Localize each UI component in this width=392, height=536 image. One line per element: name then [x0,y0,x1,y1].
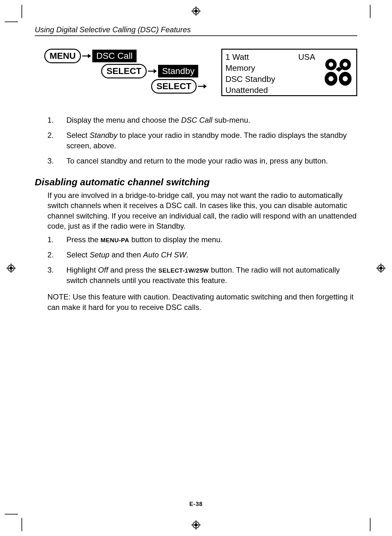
crop-mark [5,22,18,22]
text: To cancel standby and return to the mode… [66,157,328,165]
step-number: 3. [47,156,66,166]
svg-point-26 [329,62,333,67]
step-text: Select Standby to place your radio in st… [66,130,357,151]
list-item: 3. To cancel standby and return to the m… [47,156,357,166]
step-number: 2. [47,130,66,151]
text: sub-menu. [212,116,250,124]
button-name: SELECT-1W/25W [158,267,209,274]
text: Press the [66,235,101,244]
arrow-right-icon [148,68,157,74]
menu-name: Off [98,266,108,274]
svg-point-27 [328,76,334,81]
note-paragraph: NOTE: Use this feature with caution. Dea… [47,292,357,312]
crop-mark [370,5,371,18]
menu-name: Auto CH SW [143,250,186,259]
step-number: 3. [47,265,66,286]
text: Highlight [66,266,98,274]
step-text: Press the MENU-PA button to display the … [66,235,357,245]
lcd-channel-icon [322,50,356,95]
step-text: To cancel standby and return to the mode… [66,156,357,166]
registration-mark-icon [191,6,201,16]
svg-point-28 [343,62,347,67]
svg-marker-19 [154,69,157,73]
lcd-region: USA [298,52,315,63]
text: Select [66,131,89,139]
list-item: 1. Display the menu and choose the DSC C… [47,115,357,125]
select-button-label: SELECT [101,64,147,78]
menu-flow-diagram: MENU DSC Call SELECT Standby SELECT 1 Wa… [44,49,357,106]
subsection-heading: Disabling automatic channel switching [35,176,357,189]
text: button to display the menu. [129,235,223,244]
section-header: Using Digital Selective Calling (DSC) Fe… [35,25,357,36]
text: and then [109,250,143,259]
lcd-power: 1 Watt [225,52,249,63]
page-number: E-38 [35,501,357,508]
arrow-right-icon [198,83,207,89]
svg-marker-17 [88,54,91,58]
list-item: 2. Select Setup and then Auto CH SW. [47,250,357,260]
step-text: Select Setup and then Auto CH SW. [66,250,357,260]
svg-point-29 [343,76,348,81]
lcd-screen: 1 Watt USA Memory DSC Standby Unattended [221,49,357,96]
registration-mark-icon [191,520,201,530]
page-content: Using Digital Selective Calling (DSC) Fe… [35,25,357,511]
step-number: 1. [47,115,66,125]
lcd-dsc-standby: DSC Standby [225,74,318,85]
arrow-right-icon [82,53,91,59]
paragraph: If you are involved in a bridge-to-bridg… [47,190,357,231]
step-number: 1. [47,235,66,245]
menu-name: Setup [89,250,109,259]
crop-mark [21,5,22,18]
crop-mark [21,518,22,531]
list-item: 3. Highlight Off and press the SELECT-1W… [47,265,357,286]
registration-mark-icon [376,263,386,273]
section-title: Using Digital Selective Calling (DSC) Fe… [35,25,191,34]
text: and press the [108,266,158,274]
button-name: MENU-PA [101,237,129,243]
steps-list-1: 1. Display the menu and choose the DSC C… [47,115,357,166]
dsc-call-option: DSC Call [92,50,136,62]
select-button-label: SELECT [151,79,197,94]
menu-button-label: MENU [44,49,81,63]
text: Select [66,250,89,259]
steps-list-2: 1. Press the MENU-PA button to display t… [47,235,357,286]
lcd-text: 1 Watt USA Memory DSC Standby Unattended [222,50,322,95]
lcd-unattended: Unattended [225,85,318,96]
crop-mark [370,518,371,531]
step-text: Highlight Off and press the SELECT-1W/25… [66,265,357,286]
menu-name: DSC Call [181,116,212,124]
svg-marker-21 [204,84,207,89]
list-item: 1. Press the MENU-PA button to display t… [47,235,357,245]
text: Display the menu and choose the [66,116,181,124]
standby-option: Standby [158,65,198,77]
registration-mark-icon [6,263,16,273]
crop-mark [5,514,18,514]
step-number: 2. [47,250,66,260]
step-text: Display the menu and choose the DSC Call… [66,115,357,125]
lcd-memory: Memory [225,63,318,74]
text: . [186,250,188,259]
list-item: 2. Select Standby to place your radio in… [47,130,357,151]
menu-name: Standby [89,131,117,139]
